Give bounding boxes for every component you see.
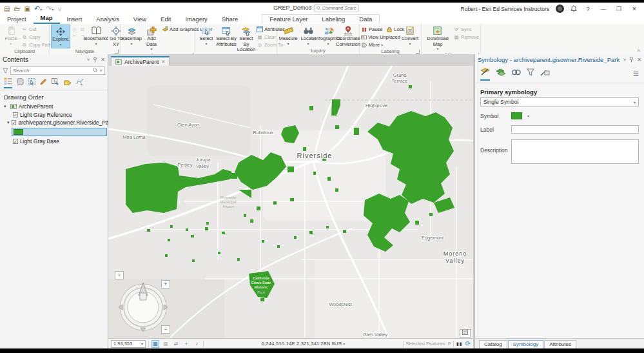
paste-button[interactable]: Paste▾ (1, 25, 21, 47)
symbology-close-icon[interactable]: ✕ (637, 57, 641, 63)
zoom-in-button[interactable]: + (161, 280, 170, 288)
description-input[interactable] (511, 139, 639, 164)
zoom-out-button[interactable]: − (161, 325, 170, 334)
more-labeling-button[interactable]: More▾ (361, 41, 400, 48)
snap-mode-icon[interactable]: ⇄ (172, 340, 180, 348)
tab-catalog[interactable]: Catalog (479, 340, 507, 348)
minimize-button[interactable]: — (599, 6, 608, 12)
select-button[interactable]: Select▾ (197, 25, 216, 47)
open-project-icon[interactable]: 🗁 (14, 5, 20, 12)
symbology-menu-icon[interactable]: ˅ (623, 57, 627, 63)
fixed-zoom-icon[interactable]: ⊞ (79, 26, 86, 32)
primary-symbology-select[interactable]: Single Symbol▾ (480, 97, 639, 106)
contents-search[interactable]: ˅ (10, 66, 105, 75)
tab-analysis[interactable]: Analysis (89, 15, 126, 24)
tree-item-light-gray-reference[interactable]: ✓ Light Gray Reference (0, 111, 108, 119)
list-by-drawing-order-icon[interactable] (4, 77, 12, 88)
label-input[interactable] (511, 125, 639, 134)
navigator-collapse-button[interactable]: ˅ (115, 271, 124, 279)
copy-button[interactable]: ⧉Copy (21, 34, 52, 41)
command-search-input[interactable] (322, 6, 356, 10)
previous-extent-icon[interactable]: ← (71, 32, 78, 38)
list-by-snapping-icon[interactable] (52, 78, 59, 88)
symbol-dropdown-icon[interactable]: ▾ (527, 114, 529, 118)
list-by-charts-icon[interactable] (76, 78, 84, 88)
symbol-swatch-row-selected[interactable] (12, 128, 107, 136)
command-search[interactable] (314, 4, 359, 12)
help-icon[interactable]: ? (583, 6, 592, 12)
list-by-labeling-icon[interactable] (64, 78, 72, 88)
bookmarks-button[interactable]: Bookmarks▾ (86, 25, 106, 47)
tree-item-archiveparent[interactable]: ▾ ArchiveParent (0, 103, 108, 111)
list-by-data-source-icon[interactable] (17, 78, 24, 88)
explore-button[interactable]: Explore▾ (51, 25, 70, 48)
full-extent-icon[interactable]: ◎ (71, 26, 78, 32)
list-by-editing-icon[interactable] (40, 78, 47, 88)
tab-data[interactable]: Data (352, 15, 379, 24)
map-scale-sync-icon[interactable]: ▦ (151, 340, 159, 348)
save-project-icon[interactable]: ▣ (24, 5, 30, 12)
undo-button[interactable]: ↶▾ (34, 5, 42, 13)
contents-close-icon[interactable]: ✕ (101, 57, 105, 63)
pause-labeling-button[interactable]: Pause (361, 26, 382, 33)
crosshair-icon[interactable]: + (182, 340, 190, 348)
layer-checkbox[interactable]: ✓ (13, 112, 18, 117)
overview-button[interactable] (460, 329, 471, 338)
tab-edit[interactable]: Edit (153, 15, 178, 24)
pause-drawing-icon[interactable]: ▮▮ (456, 341, 463, 347)
infographics-button[interactable]: Infographics▾ (318, 25, 338, 47)
layer-checkbox[interactable]: ✓ (12, 120, 17, 125)
labeling-dialog-launcher-icon[interactable] (416, 50, 420, 54)
primary-symbology-icon[interactable] (480, 66, 490, 81)
list-by-selection-icon[interactable] (28, 78, 35, 88)
close-view-icon[interactable]: ✕ (161, 59, 165, 65)
filter-icon[interactable] (3, 68, 8, 74)
tab-project[interactable]: Project (0, 15, 34, 24)
close-button[interactable]: ✕ (630, 6, 639, 12)
pin-icon[interactable] (629, 57, 634, 63)
tree-item-riverside-parks[interactable]: ▾ ✓ archiveparent.gisowner.Riverside_Par… (0, 119, 108, 127)
coordinates-readout[interactable]: 6,244,510.14E 2,321,341.28N ftUS ▾ (206, 341, 400, 347)
remove-button[interactable]: ▦Remove (453, 34, 479, 41)
menu-icon[interactable]: ☰ (633, 70, 639, 77)
convert-labels-button[interactable]: A Convert▾ (400, 25, 420, 47)
contents-search-input[interactable] (13, 68, 92, 74)
tab-feature-layer[interactable]: Feature Layer (262, 15, 315, 24)
contents-menu-icon[interactable]: ˅ (87, 57, 90, 63)
tab-attributes[interactable]: Attributes (544, 340, 576, 348)
tab-labeling[interactable]: Labeling (315, 15, 352, 24)
grid-icon[interactable]: ▦ (162, 340, 170, 348)
tab-view[interactable]: View (126, 15, 153, 24)
view-tab-archiveparent[interactable]: ArchiveParent ✕ (111, 56, 170, 66)
notifications-icon[interactable] (571, 5, 577, 12)
redo-button[interactable]: ↷▾ (46, 5, 54, 13)
download-map-button[interactable]: Download Map▾ (423, 25, 453, 52)
map-canvas[interactable]: Grand Terrace Highgrove Glen Avon Mira L… (108, 66, 473, 338)
pin-icon[interactable] (93, 57, 97, 63)
tab-map[interactable]: Map (34, 14, 60, 24)
scale-select[interactable]: 1:93,353▾ (111, 340, 146, 348)
basemap-button[interactable]: Basemap▾ (122, 25, 141, 47)
collapse-ribbon-icon[interactable]: ˄ (637, 48, 640, 54)
select-by-location-button[interactable]: Select By Location (237, 25, 256, 54)
symbol-swatch[interactable] (511, 112, 522, 119)
advanced-symbology-icon[interactable] (540, 67, 550, 80)
scale-based-symbology-icon[interactable] (527, 67, 534, 80)
sound-icon[interactable]: ♪ (193, 340, 200, 348)
sync-button[interactable]: ⟳Sync (453, 26, 479, 33)
search-options-icon[interactable]: ˅ (99, 68, 102, 74)
coordinate-conversion-button[interactable]: Coordinate Conversion (338, 25, 358, 48)
cut-button[interactable]: ✂Cut (21, 26, 52, 33)
park-symbol-swatch[interactable] (14, 129, 23, 135)
tab-insert[interactable]: Insert (60, 15, 90, 24)
copy-path-button[interactable]: ⧉Copy Path (21, 41, 52, 48)
vary-symbology-by-attribute-icon[interactable] (496, 67, 505, 80)
layer-checkbox[interactable]: ✓ (13, 139, 18, 144)
tab-share[interactable]: Share (215, 15, 245, 24)
avatar[interactable] (556, 5, 564, 13)
expand-icon[interactable]: ▾ (4, 104, 8, 109)
select-by-attributes-button[interactable]: Select By Attributes (217, 25, 236, 48)
symbol-layer-drawing-icon[interactable] (511, 67, 521, 80)
view-unplaced-button[interactable]: View Unplaced (361, 34, 400, 41)
refresh-icon[interactable]: ⟳ (465, 340, 471, 347)
